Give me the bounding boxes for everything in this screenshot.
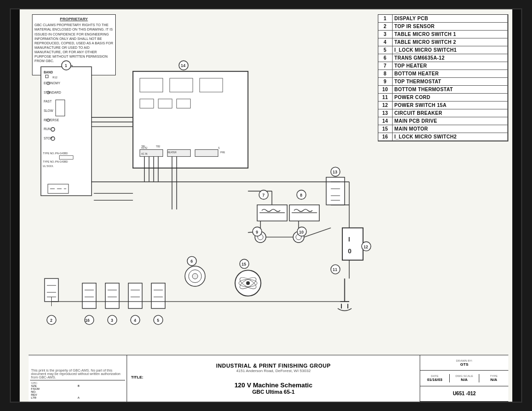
part-label: MAIN PCB DRIVE (392, 117, 508, 125)
drawing-title: 120 V Machine Schematic (131, 381, 416, 389)
svg-text:I: I (348, 236, 350, 243)
part-number: 9 (378, 78, 392, 86)
main-content: PROPRIETARY GBC CLAIMS PROPRIETARY RIGHT… (20, 9, 512, 402)
part-label: MAIN MOTOR (392, 125, 508, 133)
part-label: I_LOCK MICRO SWITCH2 (392, 133, 508, 141)
title-block: This print is the property of GBC-AMS. N… (29, 355, 508, 402)
svg-text:5: 5 (157, 318, 159, 323)
svg-text:2: 2 (50, 318, 53, 323)
svg-text:TYPE NO.:PN-G43BD: TYPE NO.:PN-G43BD (43, 160, 68, 163)
part-number: 2 (378, 23, 392, 31)
schematic-diagram: BAND R12 ECONOMY STANDARD FAST SLOW REVE… (27, 14, 377, 349)
company-address: 4151 Anderson Road, DeForest, WI 53032 (131, 369, 416, 373)
svg-text:S: S (218, 147, 220, 149)
parts-list: 1DISPALY PCB2TOP IR SENSOR3TABLE MICRO S… (378, 14, 508, 141)
part-label: POWER SWITCH 15A (392, 102, 508, 109)
drawing-subtitle: GBC Ultima 65-1 (131, 389, 416, 395)
svg-text:ECONOMY: ECONOMY (44, 81, 61, 85)
part-label: TRANS GM6635A-12 (392, 54, 508, 62)
part-label: TOP IR SENSOR (392, 23, 508, 31)
title-row-date: DATE 01/16/03 DWG SCALE N/A TYPE N/A (420, 371, 508, 386)
part-number: 3 (378, 31, 392, 38)
svg-text:TB2: TB2 (156, 145, 161, 148)
svg-rect-76 (105, 283, 119, 308)
svg-text:STANDARD: STANDARD (44, 91, 62, 94)
part-number: 12 (378, 102, 392, 109)
svg-text:7: 7 (262, 193, 265, 198)
part-number: 7 (378, 62, 392, 70)
part-number: 15 (378, 125, 392, 133)
part-label: TOP HEATER (392, 62, 508, 70)
svg-rect-0 (41, 67, 92, 196)
part-label: DISPALY PCB (392, 15, 508, 23)
svg-text:14: 14 (181, 63, 186, 68)
svg-text:PRE: PRE (220, 151, 225, 154)
company-name: INDUSTRIAL & PRINT FINISHING GROUP (131, 363, 416, 369)
part-label: TABLE MICRO SWITCH 1 (392, 31, 508, 38)
part-number: 6 (378, 54, 392, 62)
part-number: 11 (378, 94, 392, 102)
part-label: CIRCUIT BREAKER (392, 109, 508, 117)
svg-text:FAST: FAST (44, 100, 52, 103)
title-center: INDUSTRIAL & PRINT FINISHING GROUP 4151 … (127, 355, 420, 402)
svg-line-99 (304, 228, 331, 237)
part-number: 8 (378, 70, 392, 78)
drawn-value: GTS (422, 362, 507, 367)
svg-rect-34 (195, 150, 218, 157)
svg-rect-56 (326, 177, 344, 205)
part-number: 14 (378, 117, 392, 125)
svg-text:9: 9 (256, 230, 258, 235)
type-value: N/A (481, 377, 507, 382)
svg-text:4: 4 (134, 318, 136, 323)
svg-text:6: 6 (191, 259, 193, 264)
svg-text:13: 13 (332, 170, 337, 174)
svg-text:RUN: RUN (44, 127, 51, 131)
part-number: 16 (378, 133, 392, 141)
part-number: 4 (378, 38, 392, 46)
part-label: TOP THERMOSTAT (392, 78, 508, 86)
svg-text:0: 0 (348, 247, 351, 255)
svg-text:3: 3 (111, 318, 113, 323)
svg-text:12: 12 (364, 244, 368, 249)
svg-text:11: 11 (332, 267, 337, 272)
part-label: I_LOCK MICRO SWITCH1 (392, 46, 508, 54)
drawing-number: U651 -012 (420, 390, 508, 397)
part-number: 1 (378, 15, 392, 23)
svg-text:R12: R12 (52, 76, 57, 79)
part-label: BOTTOM THERMOSTAT (392, 86, 508, 94)
svg-rect-85 (82, 283, 96, 308)
svg-point-70 (192, 274, 198, 279)
title-row-dwgnum: U651 -012 (420, 386, 508, 402)
part-label: BOTTOM HEATER (392, 70, 508, 78)
parts-table: 1DISPALY PCB2TOP IR SENSOR3TABLE MICRO S… (378, 15, 508, 141)
svg-text:UL 5XXX.: UL 5XXX. (43, 165, 54, 168)
svg-text:TB1: TB1 (141, 145, 146, 148)
scale-value: N/A (451, 377, 477, 382)
title-row-drawn: DRAWN BY: GTS (420, 355, 508, 371)
svg-text:TYPE NO.:PN-G43BD: TYPE NO.:PN-G43BD (43, 152, 68, 155)
date-value: 01/16/03 (422, 377, 448, 382)
part-label: POWER CORD (392, 94, 508, 102)
svg-text:15: 15 (241, 262, 246, 267)
svg-text:HEATER: HEATER (167, 151, 177, 154)
part-label: TABLE MICRO SWITCH 2 (392, 38, 508, 46)
part-number: 5 (378, 46, 392, 54)
svg-point-75 (246, 281, 250, 285)
svg-rect-82 (151, 283, 165, 308)
svg-text:8: 8 (300, 193, 302, 198)
svg-rect-61 (342, 228, 363, 260)
svg-rect-79 (129, 283, 142, 308)
part-number: 13 (378, 109, 392, 117)
svg-text:16: 16 (85, 318, 90, 323)
svg-text:10: 10 (299, 230, 304, 235)
svg-text:SLOW: SLOW (44, 109, 54, 112)
copyright-small: This print is the property of GBC-AMS. N… (30, 368, 125, 380)
svg-text:BAND: BAND (44, 70, 53, 74)
title-right: DRAWN BY: GTS DATE 01/16/03 DWG SCALE N/… (420, 355, 508, 402)
left-strip (11, 9, 20, 402)
title-label: TITLE: (131, 375, 416, 379)
part-number: 10 (378, 86, 392, 94)
svg-text:AC IN: AC IN (141, 153, 147, 155)
right-strip (512, 9, 521, 402)
svg-text:1: 1 (65, 63, 67, 68)
